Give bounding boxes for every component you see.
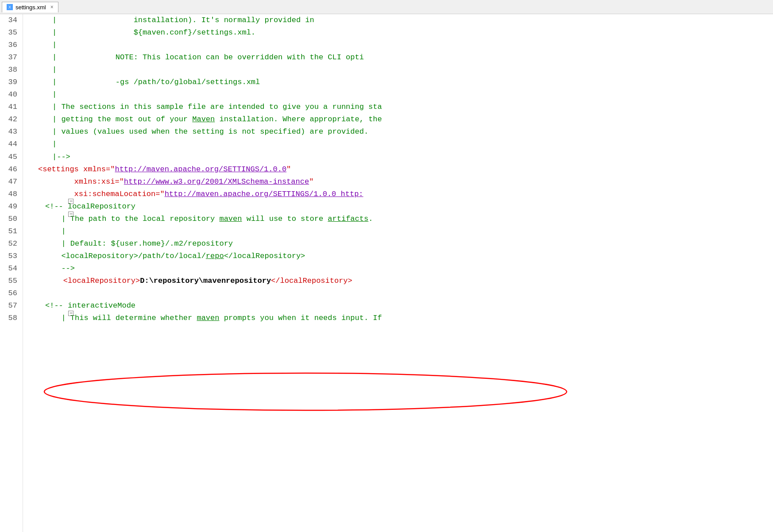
- fold-45: [30, 152, 37, 159]
- fold-minus-49[interactable]: −: [68, 212, 73, 217]
- editor-window: X settings.xml × 34 35 36 37 38 39 40 41…: [0, 0, 773, 532]
- fold-46: [30, 164, 37, 171]
- line-55-tag-open: <localRepository>: [45, 275, 140, 287]
- line-35-text: | ${maven.conf}/settings.xml.: [52, 27, 255, 39]
- code-line-51: |: [30, 225, 773, 238]
- code-area: 34 35 36 37 38 39 40 41 42 43 44 45 46 4…: [0, 14, 773, 532]
- fold-56: [30, 288, 37, 295]
- line-47-attr: xmlns:xsi=": [38, 176, 124, 188]
- fold-44: [30, 139, 37, 146]
- line-44-text: |: [52, 138, 57, 150]
- code-line-53: <localRepository>/path/to/local/repo</lo…: [30, 250, 773, 262]
- line-num-48: 48: [4, 188, 17, 200]
- line-42-text: | getting the most out of your Maven ins…: [52, 113, 382, 126]
- line-40-text: |: [52, 89, 57, 101]
- line-50-text: | The path to the local repository maven…: [52, 213, 373, 225]
- line-num-42: 42: [4, 113, 17, 126]
- fold-minus-57[interactable]: −: [68, 311, 73, 316]
- line-56-empty: [38, 287, 43, 300]
- line-num-44: 44: [4, 138, 17, 150]
- line-48-url: http://maven.apache.org/SETTINGS/1.0.0 h…: [165, 188, 363, 200]
- line-36-text: |: [52, 39, 57, 51]
- line-num-47: 47: [4, 176, 17, 188]
- line-num-56: 56: [4, 287, 17, 300]
- line-34-text: | installation). It's normally provided …: [52, 14, 314, 27]
- code-line-40: |: [30, 89, 773, 101]
- fold-34: [30, 15, 37, 22]
- settings-xml-tab[interactable]: X settings.xml ×: [2, 2, 58, 12]
- line-num-34: 34: [4, 14, 17, 27]
- code-line-35: | ${maven.conf}/settings.xml.: [30, 27, 773, 39]
- code-line-38: |: [30, 64, 773, 76]
- code-line-57: − <!-- interactiveMode: [30, 300, 773, 312]
- code-line-42: | getting the most out of your Maven ins…: [30, 113, 773, 126]
- line-num-50: 50: [4, 213, 17, 225]
- code-line-45: |-->: [30, 151, 773, 163]
- fold-52: [30, 239, 37, 246]
- code-line-39: | -gs /path/to/global/settings.xml: [30, 76, 773, 89]
- code-line-46: <settings xmlns="http://maven.apache.org…: [30, 163, 773, 176]
- line-52-text: | Default: ${user.home}/.m2/repository: [52, 238, 233, 250]
- line-39-text: | -gs /path/to/global/settings.xml: [52, 76, 260, 89]
- code-line-34: | installation). It's normally provided …: [30, 14, 773, 27]
- line-num-46: 46: [4, 163, 17, 176]
- fold-43: [30, 127, 37, 134]
- fold-minus-48[interactable]: −: [68, 199, 73, 204]
- code-line-43: | values (values used when the setting i…: [30, 126, 773, 138]
- line-num-53: 53: [4, 250, 17, 262]
- line-38-text: |: [52, 64, 57, 76]
- fold-indicator-49[interactable]: −: [30, 201, 37, 208]
- fold-indicator-48[interactable]: −: [30, 189, 37, 196]
- fold-51: [30, 226, 37, 233]
- line-num-40: 40: [4, 89, 17, 101]
- fold-indicator-57[interactable]: −: [30, 301, 37, 308]
- line-46-tag-close: ": [286, 163, 291, 176]
- fold-37: [30, 52, 37, 59]
- fold-40: [30, 89, 37, 96]
- line-47-url: http://www.w3.org/2001/XMLSchema-instanc…: [124, 176, 309, 188]
- line-num-49: 49: [4, 200, 17, 213]
- line-47-attr-close: ": [309, 176, 313, 188]
- code-line-37: | NOTE: This location can be overridden …: [30, 51, 773, 64]
- fold-36: [30, 40, 37, 47]
- line-43-text: | values (values used when the setting i…: [52, 126, 368, 138]
- fold-54: [30, 263, 37, 270]
- xml-file-icon: X: [7, 4, 13, 10]
- line-37-text: | NOTE: This location can be overridden …: [52, 51, 364, 64]
- tab-close-button[interactable]: ×: [50, 4, 54, 10]
- code-line-56: [30, 287, 773, 300]
- line-num-35: 35: [4, 27, 17, 39]
- code-line-50: | The path to the local repository maven…: [30, 213, 773, 225]
- line-58-text: | This will determine whether maven prom…: [52, 312, 382, 324]
- fold-35: [30, 27, 37, 35]
- code-line-41: | The sections in this sample file are i…: [30, 101, 773, 113]
- code-line-44: |: [30, 138, 773, 150]
- tab-label: settings.xml: [15, 4, 46, 11]
- line-51-text: |: [52, 225, 66, 238]
- line-54-text: -->: [52, 262, 75, 275]
- code-line-36: |: [30, 39, 773, 51]
- line-num-39: 39: [4, 76, 17, 89]
- line-45-text: |-->: [52, 151, 70, 163]
- code-line-52: | Default: ${user.home}/.m2/repository: [30, 238, 773, 250]
- code-line-58: | This will determine whether maven prom…: [30, 312, 773, 324]
- line-55-tag-close: </localRepository>: [271, 275, 352, 287]
- fold-58: [30, 313, 37, 320]
- editor-body: 34 35 36 37 38 39 40 41 42 43 44 45 46 4…: [0, 14, 773, 532]
- line-num-41: 41: [4, 101, 17, 113]
- tab-bar: X settings.xml ×: [0, 0, 773, 14]
- line-num-55: 55: [4, 275, 17, 287]
- line-46-url: http://maven.apache.org/SETTINGS/1.0.0: [115, 163, 286, 176]
- line-num-51: 51: [4, 225, 17, 238]
- line-num-43: 43: [4, 126, 17, 138]
- line-num-36: 36: [4, 39, 17, 51]
- line-55-value: D:\repository\mavenrepository: [140, 275, 271, 287]
- fold-42: [30, 114, 37, 121]
- line-num-38: 38: [4, 64, 17, 76]
- fold-50: [30, 214, 37, 221]
- code-content: | installation). It's normally provided …: [23, 14, 773, 532]
- fold-53: [30, 251, 37, 258]
- line-num-57: 57: [4, 300, 17, 312]
- fold-38: [30, 65, 37, 72]
- fold-39: [30, 77, 37, 84]
